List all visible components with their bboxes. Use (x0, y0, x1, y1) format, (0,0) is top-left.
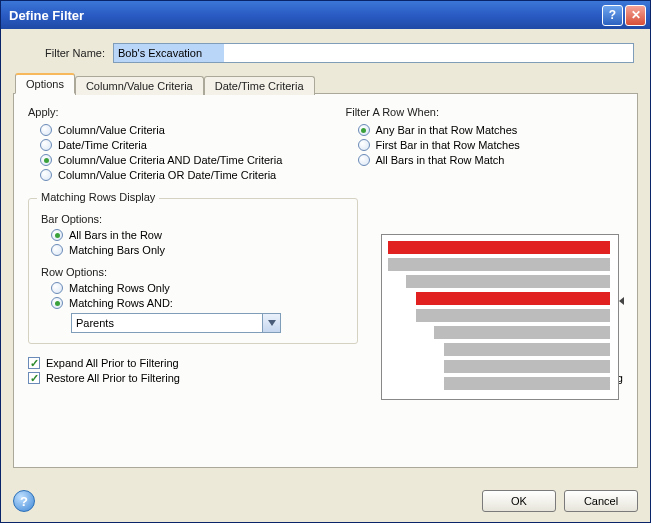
radio-icon (40, 154, 52, 166)
filter-row-when-section: Filter A Row When: Any Bar in that Row M… (346, 106, 624, 184)
row-option-label: Matching Rows Only (69, 282, 170, 294)
apply-section: Apply: Column/Value Criteria Date/Time C… (28, 106, 306, 184)
preview-pane (381, 234, 619, 400)
apply-option-and[interactable]: Column/Value Criteria AND Date/Time Crit… (40, 154, 306, 166)
dropdown-value: Parents (71, 313, 263, 333)
expand-all-checkbox[interactable]: Expand All Prior to Filtering (28, 357, 180, 369)
filter-when-label: All Bars in that Row Match (376, 154, 505, 166)
apply-option-label: Column/Value Criteria OR Date/Time Crite… (58, 169, 276, 181)
restore-all-checkbox[interactable]: Restore All Prior to Filtering (28, 372, 180, 384)
check-label: Restore All Prior to Filtering (46, 372, 180, 384)
dialog-footer: ? OK Cancel (1, 480, 650, 522)
radio-icon (51, 297, 63, 309)
radio-icon (40, 169, 52, 181)
radio-icon (40, 139, 52, 151)
filter-name-label: Filter Name: (17, 47, 113, 59)
radio-icon (40, 124, 52, 136)
tabstrip: Options Column/Value Criteria Date/Time … (13, 73, 638, 94)
help-icon[interactable]: ? (13, 490, 35, 512)
radio-icon (51, 229, 63, 241)
matching-rows-legend: Matching Rows Display (37, 191, 159, 203)
window-title: Define Filter (9, 8, 600, 23)
matching-rows-display-group: Matching Rows Display Bar Options: All B… (28, 198, 358, 344)
bar-options-heading: Bar Options: (41, 213, 347, 225)
apply-option-or[interactable]: Column/Value Criteria OR Date/Time Crite… (40, 169, 306, 181)
filter-name-input[interactable] (113, 43, 634, 63)
bar-option-label: Matching Bars Only (69, 244, 165, 256)
apply-option-date-time[interactable]: Date/Time Criteria (40, 139, 306, 151)
apply-option-label: Column/Value Criteria (58, 124, 165, 136)
apply-option-label: Column/Value Criteria AND Date/Time Crit… (58, 154, 282, 166)
filter-when-all-bars[interactable]: All Bars in that Row Match (358, 154, 624, 166)
checkbox-icon (28, 372, 40, 384)
row-option-label: Matching Rows AND: (69, 297, 173, 309)
row-option-matching-only[interactable]: Matching Rows Only (51, 282, 347, 294)
row-option-dropdown[interactable]: Parents (71, 313, 281, 333)
radio-icon (358, 154, 370, 166)
dialog-body: Filter Name: Options Column/Value Criter… (1, 29, 650, 480)
bar-option-matching-only[interactable]: Matching Bars Only (51, 244, 347, 256)
tab-column-value-criteria[interactable]: Column/Value Criteria (75, 76, 204, 95)
define-filter-dialog: Define Filter ? ✕ Filter Name: Options C… (0, 0, 651, 523)
filter-when-any-bar[interactable]: Any Bar in that Row Matches (358, 124, 624, 136)
radio-icon (358, 124, 370, 136)
filter-name-row: Filter Name: (17, 43, 634, 63)
check-label: Expand All Prior to Filtering (46, 357, 179, 369)
preview-marker-icon (619, 297, 624, 305)
svg-marker-0 (268, 320, 276, 326)
bar-option-all-bars[interactable]: All Bars in the Row (51, 229, 347, 241)
checkbox-icon (28, 357, 40, 369)
tab-options[interactable]: Options (15, 73, 75, 94)
tab-date-time-criteria[interactable]: Date/Time Criteria (204, 76, 315, 95)
titlebar-close-button[interactable]: ✕ (625, 5, 646, 26)
radio-icon (51, 282, 63, 294)
radio-icon (51, 244, 63, 256)
filter-when-label: First Bar in that Row Matches (376, 139, 520, 151)
apply-option-label: Date/Time Criteria (58, 139, 147, 151)
filter-row-when-heading: Filter A Row When: (346, 106, 624, 118)
apply-heading: Apply: (28, 106, 306, 118)
apply-option-column-value[interactable]: Column/Value Criteria (40, 124, 306, 136)
filter-when-first-bar[interactable]: First Bar in that Row Matches (358, 139, 624, 151)
row-options-heading: Row Options: (41, 266, 347, 278)
row-option-matching-and[interactable]: Matching Rows AND: (51, 297, 347, 309)
tab-panel-options: Apply: Column/Value Criteria Date/Time C… (13, 93, 638, 468)
bar-option-label: All Bars in the Row (69, 229, 162, 241)
radio-icon (358, 139, 370, 151)
ok-button[interactable]: OK (482, 490, 556, 512)
titlebar-help-button[interactable]: ? (602, 5, 623, 26)
titlebar: Define Filter ? ✕ (1, 1, 650, 29)
cancel-button[interactable]: Cancel (564, 490, 638, 512)
filter-when-label: Any Bar in that Row Matches (376, 124, 518, 136)
chevron-down-icon[interactable] (263, 313, 281, 333)
